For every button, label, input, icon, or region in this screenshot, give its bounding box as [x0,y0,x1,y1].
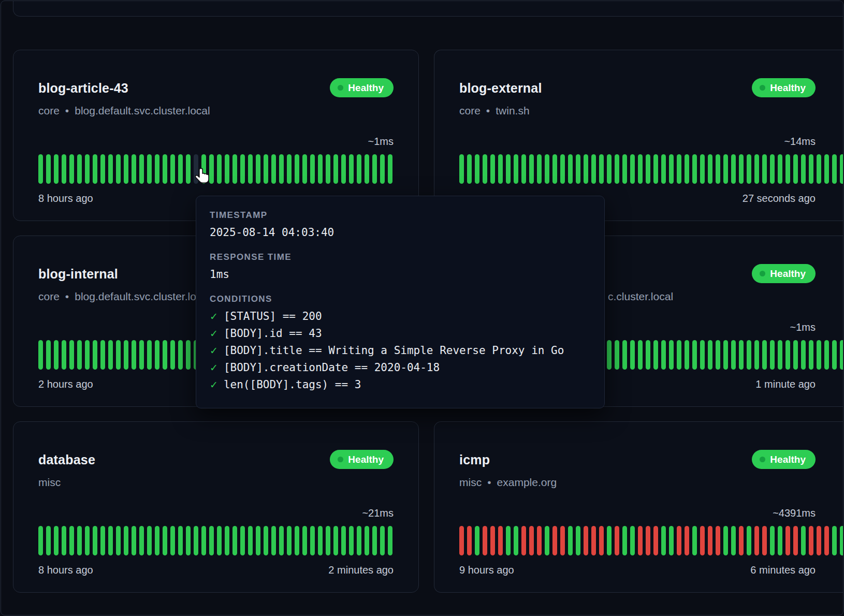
status-bar[interactable] [147,154,152,184]
status-bar[interactable] [155,526,159,555]
uptime-chart[interactable] [459,526,843,555]
status-bar[interactable] [817,526,821,555]
status-bar[interactable] [170,526,175,555]
status-bar[interactable] [770,154,775,184]
status-bar[interactable] [77,340,82,370]
status-bar[interactable] [139,154,144,184]
status-bar[interactable] [506,526,511,555]
status-bar[interactable] [232,526,237,555]
status-bar[interactable] [69,340,74,370]
status-bar[interactable] [194,526,198,555]
status-bar[interactable] [54,154,59,184]
status-bar[interactable] [646,526,650,555]
status-bar[interactable] [817,154,821,184]
status-bar[interactable] [310,526,315,555]
status-bar[interactable] [372,526,377,555]
status-bar[interactable] [271,526,276,555]
status-bar[interactable] [46,154,51,184]
status-bar[interactable] [840,154,843,184]
status-bar[interactable] [545,526,549,555]
status-bar[interactable] [459,154,464,184]
status-bar[interactable] [178,340,183,370]
status-bar[interactable] [832,154,837,184]
status-bar[interactable] [483,154,487,184]
status-bar[interactable] [692,154,697,184]
status-bar[interactable] [62,154,66,184]
status-bar[interactable] [716,154,720,184]
status-bar[interactable] [801,340,806,370]
status-bar[interactable] [638,526,643,555]
status-bar[interactable] [778,340,782,370]
status-bar[interactable] [271,154,276,184]
status-bar[interactable] [809,526,813,555]
status-bar[interactable] [739,154,744,184]
status-bar[interactable] [69,526,74,555]
uptime-chart[interactable] [38,526,394,555]
status-bar[interactable] [653,526,658,555]
status-bar[interactable] [217,526,222,555]
status-bar[interactable] [514,526,518,555]
endpoint-card-database[interactable]: database Healthy misc ~21ms 8 hours ago … [13,421,419,593]
status-bar[interactable] [646,340,650,370]
status-bar[interactable] [225,526,229,555]
status-bar[interactable] [770,526,775,555]
status-bar[interactable] [318,526,323,555]
status-bar[interactable] [560,526,565,555]
status-bar[interactable] [240,154,245,184]
status-bar[interactable] [607,340,612,370]
status-bar[interactable] [677,154,681,184]
status-bar[interactable] [287,526,292,555]
status-bar[interactable] [100,154,105,184]
status-bar[interactable] [170,154,175,184]
status-bar[interactable] [537,154,542,184]
status-bar[interactable] [108,340,113,370]
status-bar[interactable] [747,154,751,184]
status-bar[interactable] [552,526,557,555]
status-bar[interactable] [248,526,253,555]
status-bar[interactable] [584,526,588,555]
status-bar[interactable] [661,340,666,370]
status-bar[interactable] [552,154,557,184]
status-bar[interactable] [785,526,790,555]
status-bar[interactable] [607,526,612,555]
status-bar[interactable] [731,154,736,184]
status-bar[interactable] [302,154,307,184]
status-bar[interactable] [372,154,377,184]
status-bar[interactable] [147,340,152,370]
status-bar[interactable] [521,526,526,555]
status-bar[interactable] [824,526,829,555]
status-bar[interactable] [132,526,136,555]
status-bar[interactable] [475,526,479,555]
status-bar[interactable] [560,154,565,184]
status-bar[interactable] [653,154,658,184]
status-bar[interactable] [801,526,806,555]
status-bar[interactable] [256,154,260,184]
status-bar[interactable] [186,154,191,184]
status-bar[interactable] [201,526,206,555]
status-bar[interactable] [529,154,534,184]
status-bar[interactable] [723,340,728,370]
status-bar[interactable] [692,340,697,370]
status-bar[interactable] [186,340,191,370]
status-bar[interactable] [93,526,97,555]
status-bar[interactable] [295,154,299,184]
status-bar[interactable] [93,340,97,370]
status-bar[interactable] [599,526,604,555]
status-bar[interactable] [333,526,338,555]
status-bar[interactable] [785,154,790,184]
status-bar[interactable] [785,340,790,370]
status-bar[interactable] [209,526,214,555]
status-bar[interactable] [38,340,43,370]
status-bar[interactable] [576,154,580,184]
status-bar[interactable] [240,526,245,555]
status-bar[interactable] [700,340,705,370]
status-bar[interactable] [225,154,229,184]
status-bar[interactable] [685,340,689,370]
status-bar[interactable] [279,154,284,184]
status-bar[interactable] [622,154,627,184]
status-bar[interactable] [116,154,121,184]
status-bar[interactable] [591,154,596,184]
status-bar[interactable] [139,340,144,370]
status-bar[interactable] [170,340,175,370]
status-bar[interactable] [46,340,51,370]
